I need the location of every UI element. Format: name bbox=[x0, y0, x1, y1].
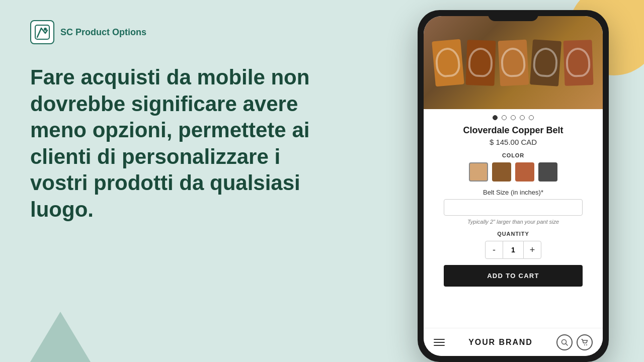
buckle-3 bbox=[498, 39, 528, 86]
quantity-value: 1 bbox=[503, 241, 523, 259]
product-title: Cloverdale Copper Belt bbox=[432, 125, 595, 136]
quantity-section: QUANTITY - 1 + bbox=[432, 231, 595, 259]
color-swatch-dark[interactable] bbox=[538, 162, 557, 182]
phone-notch bbox=[488, 10, 538, 21]
phone-frame: Cloverdale Copper Belt $ 145.00 CAD COLO… bbox=[418, 10, 609, 362]
dot-1[interactable] bbox=[493, 115, 498, 120]
dot-3[interactable] bbox=[511, 115, 516, 120]
svg-point-1 bbox=[44, 28, 47, 31]
hamburger-menu-icon[interactable] bbox=[434, 339, 445, 346]
dot-2[interactable] bbox=[502, 115, 507, 120]
size-hint: Typically 2" larger than your pant size bbox=[432, 219, 595, 225]
dot-5[interactable] bbox=[529, 115, 534, 120]
color-label: COLOR bbox=[432, 152, 595, 158]
color-options bbox=[432, 162, 595, 182]
add-to-cart-button[interactable]: ADD TO CART bbox=[444, 265, 582, 287]
phone-mockup: Cloverdale Copper Belt $ 145.00 CAD COLO… bbox=[418, 10, 614, 362]
buckle-4 bbox=[530, 39, 561, 86]
nav-icons bbox=[556, 334, 593, 350]
quantity-label: QUANTITY bbox=[432, 231, 595, 237]
color-swatch-brown[interactable] bbox=[492, 162, 511, 182]
cart-nav-icon[interactable] bbox=[577, 334, 593, 350]
product-image bbox=[424, 16, 603, 109]
quantity-decrease-button[interactable]: - bbox=[485, 241, 503, 259]
logo-icon bbox=[30, 20, 54, 44]
belt-buckles-display bbox=[424, 16, 603, 109]
color-swatch-copper[interactable] bbox=[515, 162, 534, 182]
svg-point-4 bbox=[584, 344, 585, 345]
dot-4[interactable] bbox=[520, 115, 525, 120]
carousel-dots bbox=[432, 115, 595, 120]
buckle-5 bbox=[564, 40, 594, 86]
search-nav-icon[interactable] bbox=[556, 334, 573, 350]
phone-bottom-nav: YOUR BRAND bbox=[424, 328, 603, 356]
buckle-2 bbox=[465, 40, 496, 86]
logo-area: SC Product Options bbox=[30, 20, 322, 44]
quantity-controls: - 1 + bbox=[432, 241, 595, 259]
headline-text: Fare acquisti da mobile non dovrebbe sig… bbox=[30, 64, 322, 223]
phone-screen: Cloverdale Copper Belt $ 145.00 CAD COLO… bbox=[424, 16, 603, 356]
product-price: $ 145.00 CAD bbox=[432, 138, 595, 146]
brand-name: YOUR BRAND bbox=[468, 338, 533, 347]
svg-point-5 bbox=[586, 344, 587, 345]
svg-line-3 bbox=[566, 343, 568, 345]
app-name: SC Product Options bbox=[60, 27, 146, 38]
quantity-increase-button[interactable]: + bbox=[523, 241, 541, 259]
buckle-1 bbox=[432, 39, 464, 86]
belt-size-label: Belt Size (in inches)* bbox=[432, 189, 595, 196]
product-content: Cloverdale Copper Belt $ 145.00 CAD COLO… bbox=[424, 109, 603, 328]
left-panel: SC Product Options Fare acquisti da mobi… bbox=[0, 0, 352, 362]
color-swatch-tan[interactable] bbox=[469, 162, 488, 182]
belt-size-input[interactable] bbox=[444, 199, 582, 216]
